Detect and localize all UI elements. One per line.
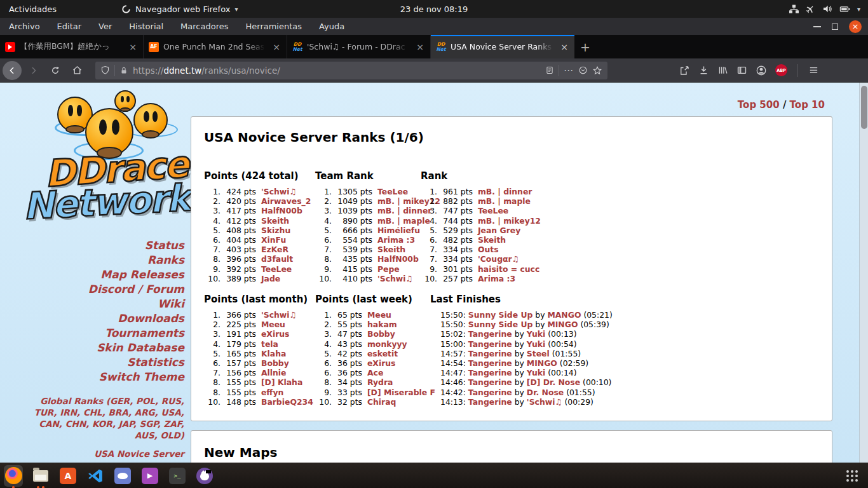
scrollbar-thumb[interactable] bbox=[861, 86, 867, 129]
map-link[interactable]: Tangerine bbox=[468, 377, 512, 387]
menu-item[interactable]: Editar bbox=[57, 22, 82, 31]
map-link[interactable]: Tangerine bbox=[468, 368, 512, 377]
reader-mode-icon[interactable] bbox=[545, 65, 554, 75]
map-link[interactable]: Tangerine bbox=[468, 397, 512, 407]
player-link[interactable]: d3fault bbox=[261, 254, 293, 264]
back-button[interactable] bbox=[3, 61, 22, 80]
player-link[interactable]: tela bbox=[261, 339, 278, 349]
player-link[interactable]: mB. | maple bbox=[478, 196, 531, 206]
global-ranks-links[interactable]: Global Ranks (GER, POL, RUS, TUR, IRN, C… bbox=[19, 395, 184, 441]
player-link[interactable]: Arima :3 bbox=[478, 274, 515, 283]
dock-vscode-icon[interactable] bbox=[86, 465, 105, 487]
player-link[interactable]: effyn bbox=[261, 388, 283, 397]
map-link[interactable]: Tangerine bbox=[468, 358, 512, 368]
player-link[interactable]: [D] Dr. Nose bbox=[527, 377, 580, 387]
player-link[interactable]: Klaha bbox=[261, 349, 286, 358]
tab-close-icon[interactable]: × bbox=[128, 42, 138, 52]
player-link[interactable]: Allnie bbox=[261, 368, 287, 377]
map-link[interactable]: Tangerine bbox=[468, 329, 512, 339]
player-link[interactable]: Bobby bbox=[261, 358, 289, 368]
player-link[interactable]: Dr. Nose bbox=[527, 388, 564, 397]
player-link[interactable]: Yuki bbox=[527, 329, 545, 339]
account-icon[interactable] bbox=[756, 65, 767, 76]
maximize-button[interactable] bbox=[832, 24, 838, 30]
player-link[interactable]: eXirus bbox=[367, 358, 396, 368]
library-icon[interactable] bbox=[717, 65, 728, 76]
menu-item[interactable]: Ayuda bbox=[319, 22, 344, 31]
pocket-icon[interactable] bbox=[578, 65, 588, 75]
player-link[interactable]: 'Cougαr♫ bbox=[478, 254, 519, 264]
sidebar-link[interactable]: Wiki bbox=[158, 297, 184, 310]
team-link[interactable]: Pepe bbox=[377, 264, 400, 274]
map-link[interactable]: Sunny Side Up bbox=[468, 310, 532, 320]
team-link[interactable]: TeeLee bbox=[377, 187, 408, 196]
player-link[interactable]: mB. | dinner bbox=[478, 187, 532, 196]
page-actions-icon[interactable]: ⋯ bbox=[564, 65, 574, 76]
sidebar-toggle-icon[interactable] bbox=[736, 65, 747, 76]
tab-close-icon[interactable]: × bbox=[559, 42, 569, 52]
player-link[interactable]: Outs bbox=[478, 245, 499, 254]
lock-icon[interactable] bbox=[119, 66, 128, 75]
player-link[interactable]: Rydra bbox=[367, 377, 393, 387]
sidebar-link[interactable]: Map Releases bbox=[100, 268, 184, 281]
player-link[interactable]: Yuki bbox=[527, 368, 545, 377]
player-link[interactable]: Yuki bbox=[527, 339, 545, 349]
player-link[interactable]: EzKeR bbox=[261, 245, 288, 254]
menu-item[interactable]: Ver bbox=[98, 22, 112, 31]
map-link[interactable]: Sunny Side Up bbox=[468, 320, 532, 329]
player-link[interactable]: esketit bbox=[367, 349, 398, 358]
show-applications-icon[interactable] bbox=[846, 470, 858, 482]
activities-button[interactable]: Actividades bbox=[0, 0, 65, 18]
dock-github-icon[interactable] bbox=[195, 465, 214, 487]
reload-button[interactable] bbox=[46, 61, 65, 80]
home-button[interactable] bbox=[67, 61, 86, 80]
dock-discord-icon[interactable] bbox=[113, 465, 132, 487]
tab-close-icon[interactable]: × bbox=[415, 42, 425, 52]
player-link[interactable]: [D] Miserable F bbox=[367, 388, 435, 397]
hamburger-menu-icon[interactable] bbox=[808, 65, 819, 76]
menu-item[interactable]: Historial bbox=[129, 22, 163, 31]
menu-item[interactable]: Archivo bbox=[9, 22, 40, 31]
player-link[interactable]: MANGO bbox=[547, 310, 581, 320]
player-link[interactable]: 'Schwi♫ bbox=[261, 187, 297, 196]
player-link[interactable]: Skeith bbox=[261, 216, 289, 226]
tab-youtube[interactable]: 【作業用BGM】超絶かっ × bbox=[0, 35, 144, 58]
sidebar-link[interactable]: Tournaments bbox=[105, 327, 184, 339]
player-link[interactable]: [D] Klaha bbox=[261, 377, 302, 387]
tab-forum[interactable]: DDNet 'Schwi♫ - Forum - DDrac × bbox=[287, 35, 431, 58]
player-link[interactable]: TeeLee bbox=[261, 264, 292, 274]
adblock-plus-icon[interactable]: ABP bbox=[775, 64, 787, 76]
team-link[interactable]: Himéliefu bbox=[377, 226, 420, 235]
dock-firefox-icon[interactable] bbox=[4, 465, 23, 487]
player-link[interactable]: eXirus bbox=[261, 329, 290, 339]
player-link[interactable]: Jean Grey bbox=[478, 226, 520, 235]
minimize-button[interactable] bbox=[813, 26, 821, 27]
player-link[interactable]: Steel bbox=[527, 349, 550, 358]
sidebar-link[interactable]: Skin Database bbox=[97, 341, 184, 354]
new-tab-button[interactable]: + bbox=[574, 35, 596, 58]
player-link[interactable]: haisito = cucc bbox=[478, 264, 539, 274]
player-link[interactable]: 'Schwi♫ bbox=[261, 310, 297, 320]
tab-onepunchman[interactable]: AF One Punch Man 2nd Seas × bbox=[144, 35, 287, 58]
player-link[interactable]: Meeu bbox=[367, 310, 391, 320]
team-link[interactable]: Skeith bbox=[377, 245, 405, 254]
player-link[interactable]: 'Schwi♫ bbox=[527, 397, 562, 407]
sidebar-link[interactable]: Downloads bbox=[118, 312, 184, 325]
send-tab-icon[interactable] bbox=[679, 65, 690, 76]
player-link[interactable]: Skizhu bbox=[261, 226, 290, 235]
team-link[interactable]: Arima :3 bbox=[377, 235, 415, 245]
player-link[interactable]: HalfN00b bbox=[261, 206, 302, 215]
app-menu[interactable]: Navegador web Firefox ▾ bbox=[121, 4, 238, 14]
map-link[interactable]: Tangerine bbox=[468, 339, 512, 349]
downloads-icon[interactable] bbox=[698, 65, 709, 76]
tracking-protection-shield-icon[interactable] bbox=[100, 65, 110, 75]
menu-item[interactable]: Marcadores bbox=[180, 22, 228, 31]
url-text[interactable]: https://ddnet.tw/ranks/usa/novice/ bbox=[133, 65, 541, 76]
player-link[interactable]: monkyyy bbox=[367, 339, 407, 349]
map-link[interactable]: Tangerine bbox=[468, 388, 512, 397]
sidebar-link[interactable]: Statistics bbox=[127, 356, 184, 369]
sidebar-link[interactable]: Switch Theme bbox=[99, 370, 184, 383]
player-link[interactable]: Ace bbox=[367, 368, 383, 377]
team-link[interactable]: HalfN00b bbox=[377, 254, 419, 264]
dock-ubuntu-software-icon[interactable]: A bbox=[58, 465, 78, 487]
